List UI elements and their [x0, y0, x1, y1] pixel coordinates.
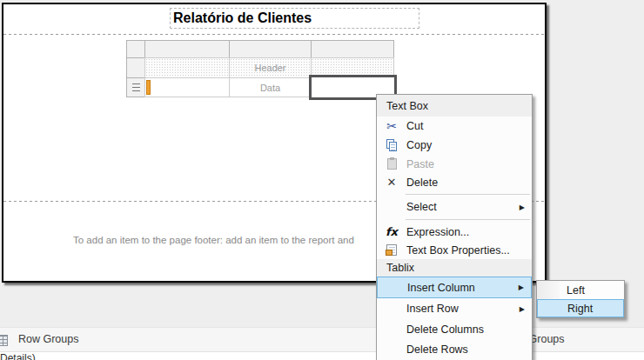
submenu-arrow-icon: ▶ — [520, 305, 525, 313]
row-groups-header[interactable]: Row Groups — [18, 333, 78, 345]
tablix-corner-handle[interactable] — [126, 40, 145, 58]
menu-item-cut[interactable]: ✂ Cut — [377, 117, 532, 136]
page-header-separator — [3, 34, 545, 35]
paste-icon — [377, 158, 406, 170]
report-designer-screen: Relatório de Clientes To add an item to … — [0, 0, 644, 360]
row-handle-data[interactable] — [126, 77, 145, 97]
row-handle-icon — [132, 83, 140, 91]
text-cursor — [146, 80, 151, 95]
row-groups-list — [0, 352, 644, 360]
report-title-text: Relatório de Clientes — [171, 10, 312, 26]
menu-item-paste[interactable]: Paste — [377, 155, 532, 173]
cut-icon: ✂ — [377, 119, 406, 133]
menu-section-textbox: Text Box — [377, 95, 532, 117]
data-cell-2[interactable]: Data — [229, 77, 312, 97]
submenu-item-right[interactable]: Right — [537, 299, 624, 317]
insert-column-submenu: Left Right — [536, 280, 625, 318]
menu-section-tablix: Tablix — [377, 259, 532, 277]
menu-section-textbox-label: Text Box — [386, 100, 428, 112]
context-menu: Text Box ✂ Cut Copy Paste ✕ Delete Selec… — [376, 94, 533, 360]
properties-icon — [377, 244, 406, 256]
row-groups-icon — [0, 335, 8, 346]
submenu-arrow-icon: ▶ — [519, 283, 524, 291]
column-handle-1[interactable] — [144, 40, 230, 58]
menu-separator — [377, 217, 532, 223]
header-cell-2[interactable]: Header — [229, 57, 312, 78]
menu-item-delete-rows[interactable]: Delete Rows — [377, 340, 532, 358]
menu-item-insert-column[interactable]: Insert Column ▶ — [377, 277, 532, 298]
submenu-item-left[interactable]: Left — [537, 281, 624, 299]
expression-fx-icon: fx — [377, 225, 406, 238]
page-footer-hint-text: To add an item to the page footer: add a… — [73, 235, 354, 245]
delete-icon: ✕ — [377, 176, 406, 189]
report-title-textbox[interactable]: Relatório de Clientes — [170, 8, 419, 29]
column-handle-3[interactable] — [311, 40, 394, 58]
submenu-arrow-icon: ▶ — [520, 203, 525, 211]
menu-item-textbox-properties[interactable]: Text Box Properties... — [377, 241, 532, 259]
header-cell-label: Header — [254, 63, 285, 73]
menu-item-insert-row[interactable]: Insert Row ▶ — [377, 298, 532, 319]
menu-item-select[interactable]: Select ▶ — [377, 197, 532, 217]
data-cell-label: Data — [260, 83, 280, 93]
grouping-pane-strip: Row Groups Column Groups — [0, 327, 644, 352]
menu-item-expression[interactable]: fx Expression... — [377, 223, 532, 241]
header-cell-1[interactable] — [144, 57, 230, 78]
row-handle-header[interactable] — [126, 57, 145, 78]
copy-icon — [377, 139, 406, 151]
menu-item-delete[interactable]: ✕ Delete — [377, 173, 532, 191]
menu-section-tablix-label: Tablix — [386, 262, 414, 274]
menu-item-delete-columns[interactable]: Delete Columns — [377, 319, 532, 340]
row-group-details-item[interactable]: (Details) — [0, 352, 36, 360]
menu-separator — [377, 191, 532, 197]
data-cell-1[interactable] — [144, 77, 230, 97]
column-handle-2[interactable] — [229, 40, 312, 58]
menu-item-copy[interactable]: Copy — [377, 136, 532, 155]
